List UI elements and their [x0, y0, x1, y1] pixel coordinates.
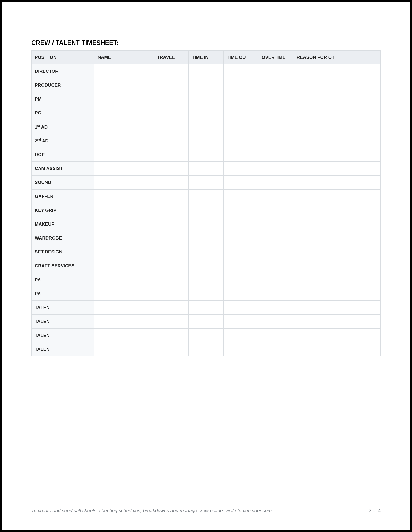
cell-travel — [154, 148, 189, 162]
cell-travel — [154, 231, 189, 245]
table-row: GAFFER — [32, 190, 381, 203]
cell-overtime — [258, 231, 293, 245]
cell-overtime — [258, 64, 293, 78]
cell-reason — [293, 231, 380, 245]
cell-time-out — [223, 148, 258, 162]
cell-reason — [293, 342, 380, 356]
col-travel: TRAVEL — [154, 51, 189, 64]
cell-name — [94, 134, 154, 148]
cell-reason — [293, 301, 380, 315]
cell-reason — [293, 245, 380, 259]
table-row: PRODUCER — [32, 78, 381, 92]
cell-reason — [293, 148, 380, 162]
cell-reason — [293, 106, 380, 120]
cell-travel — [154, 329, 189, 342]
table-row: PA — [32, 273, 381, 287]
cell-overtime — [258, 190, 293, 203]
cell-reason — [293, 162, 380, 176]
cell-name — [94, 203, 154, 217]
table-row: 1st AD — [32, 120, 381, 134]
cell-name — [94, 217, 154, 231]
cell-reason — [293, 329, 380, 342]
cell-time-out — [223, 203, 258, 217]
col-reason: REASON FOR OT — [293, 51, 380, 64]
cell-name — [94, 176, 154, 190]
cell-position: SOUND — [32, 176, 94, 190]
cell-time-out — [223, 162, 258, 176]
cell-time-in — [189, 78, 224, 92]
cell-overtime — [258, 315, 293, 329]
page-number: 2 of 4 — [369, 508, 381, 514]
cell-name — [94, 190, 154, 203]
cell-position: DIRECTOR — [32, 64, 94, 78]
cell-position: PC — [32, 106, 94, 120]
cell-name — [94, 64, 154, 78]
cell-overtime — [258, 120, 293, 134]
cell-name — [94, 231, 154, 245]
cell-travel — [154, 217, 189, 231]
cell-overtime — [258, 273, 293, 287]
col-time-in: TIME IN — [189, 51, 224, 64]
cell-travel — [154, 64, 189, 78]
table-row: KEY GRIP — [32, 203, 381, 217]
cell-time-in — [189, 301, 224, 315]
cell-overtime — [258, 259, 293, 273]
cell-time-in — [189, 64, 224, 78]
cell-travel — [154, 287, 189, 301]
cell-reason — [293, 92, 380, 106]
table-row: CRAFT SERVICES — [32, 259, 381, 273]
cell-overtime — [258, 176, 293, 190]
cell-name — [94, 120, 154, 134]
cell-overtime — [258, 301, 293, 315]
table-row: PC — [32, 106, 381, 120]
table-row: CAM ASSIST — [32, 162, 381, 176]
cell-travel — [154, 245, 189, 259]
cell-time-out — [223, 301, 258, 315]
cell-time-in — [189, 245, 224, 259]
cell-travel — [154, 190, 189, 203]
cell-time-out — [223, 78, 258, 92]
table-row: TALENT — [32, 301, 381, 315]
cell-position: 1st AD — [32, 120, 94, 134]
col-name: NAME — [94, 51, 154, 64]
cell-time-in — [189, 203, 224, 217]
cell-position: TALENT — [32, 301, 94, 315]
table-row: PA — [32, 287, 381, 301]
cell-position: PRODUCER — [32, 78, 94, 92]
footer-link[interactable]: studiobinder.com — [235, 508, 272, 514]
page-footer: To create and send call sheets, shooting… — [31, 508, 381, 514]
cell-position: CRAFT SERVICES — [32, 259, 94, 273]
timesheet-body: DIRECTORPRODUCERPMPC1st AD2nd ADDOPCAM A… — [32, 64, 381, 356]
cell-time-out — [223, 176, 258, 190]
col-overtime: OVERTIME — [258, 51, 293, 64]
table-row: TALENT — [32, 329, 381, 342]
cell-travel — [154, 203, 189, 217]
cell-position: PA — [32, 287, 94, 301]
cell-travel — [154, 106, 189, 120]
cell-overtime — [258, 287, 293, 301]
table-row: WARDROBE — [32, 231, 381, 245]
cell-time-out — [223, 342, 258, 356]
cell-time-in — [189, 120, 224, 134]
footer-note-text: To create and send call sheets, shooting… — [31, 508, 235, 513]
cell-overtime — [258, 217, 293, 231]
cell-name — [94, 315, 154, 329]
cell-time-out — [223, 106, 258, 120]
cell-travel — [154, 273, 189, 287]
cell-name — [94, 287, 154, 301]
cell-time-out — [223, 315, 258, 329]
cell-position: TALENT — [32, 329, 94, 342]
col-time-out: TIME OUT — [223, 51, 258, 64]
cell-name — [94, 273, 154, 287]
cell-reason — [293, 176, 380, 190]
cell-time-in — [189, 315, 224, 329]
timesheet-table: POSITION NAME TRAVEL TIME IN TIME OUT OV… — [31, 50, 381, 356]
cell-travel — [154, 259, 189, 273]
cell-position: GAFFER — [32, 190, 94, 203]
cell-overtime — [258, 148, 293, 162]
cell-time-in — [189, 231, 224, 245]
table-row: DIRECTOR — [32, 64, 381, 78]
cell-time-out — [223, 273, 258, 287]
table-row: SOUND — [32, 176, 381, 190]
table-row: TALENT — [32, 342, 381, 356]
